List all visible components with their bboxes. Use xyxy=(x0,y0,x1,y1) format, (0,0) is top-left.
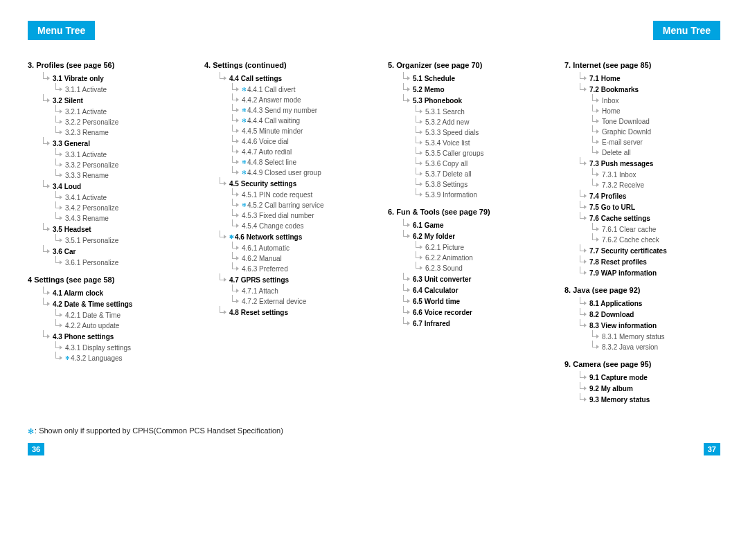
tree-connector-icon xyxy=(400,318,410,328)
menu-item-label: 7.3.1 Inbox xyxy=(602,171,636,179)
menu-item-label: 4.6.3 Preferred xyxy=(242,265,288,273)
menu-item-label: 9.1 Capture mode xyxy=(589,374,648,381)
menu-item-label: 5.3.2 Add new xyxy=(425,118,469,126)
menu-item-label: 4.4.6 Voice dial xyxy=(242,138,289,145)
tree-connector-icon xyxy=(577,191,587,201)
menu-item-level2: 6.7 Infrared xyxy=(400,318,544,328)
menu-item-level3: Delete all xyxy=(589,147,720,157)
menu-item-level2: 3.3 General xyxy=(40,138,184,148)
tree-connector-icon xyxy=(53,192,62,202)
tree-connector-icon xyxy=(53,150,62,159)
menu-item-label: Tone Download xyxy=(602,118,650,125)
menu-item-label: 3.5 Headset xyxy=(53,226,91,233)
tree-connector-icon xyxy=(229,243,239,253)
menu-item-label: 7.2 Bookmarks xyxy=(589,86,639,93)
menu-item-label: 3.2.2 Personalize xyxy=(65,118,118,126)
star-icon: ✻ xyxy=(242,118,247,124)
tree-connector-icon xyxy=(577,383,587,393)
menu-item-label: 4.5.2 Call barring service xyxy=(247,201,324,209)
menu-item-label: 4.7.2 External device xyxy=(242,298,306,305)
menu-item-label: 7.3.2 Receive xyxy=(602,181,644,189)
menu-item-level3: 4.6.1 Automatic xyxy=(229,243,360,253)
menu-item-level2: 7.4 Profiles xyxy=(577,191,720,201)
menu-item-level3: 7.3.2 Receive xyxy=(589,180,720,190)
menu-item-label: 4.5 Security settings xyxy=(229,180,296,188)
tree-connector-icon xyxy=(217,179,226,188)
tree-connector-icon xyxy=(53,84,62,94)
tree-connector-icon xyxy=(400,274,410,284)
menu-item-label: 4.4.1 Call divert xyxy=(247,86,295,93)
menu-item-label: 7.9 WAP information xyxy=(589,269,657,277)
tree-connector-icon xyxy=(53,258,62,267)
menu-item-label: 4.2.1 Date & Time xyxy=(65,311,121,319)
star-icon: ✻ xyxy=(65,355,70,361)
tree-connector-icon xyxy=(577,159,587,168)
menu-item-level3: 4.4.2 Answer mode xyxy=(229,95,360,105)
section-heading: 8. Java (see page 92) xyxy=(564,286,720,294)
menu-item-label: 6.3 Unit converter xyxy=(413,276,471,283)
page-header-left: Menu Tree xyxy=(28,21,95,40)
tree-connector-icon xyxy=(229,84,239,94)
menu-item-level3: 7.6.1 Clear cache xyxy=(589,224,720,234)
menu-item-label: 4.7 GPRS settings xyxy=(229,276,289,284)
menu-item-level2: 7.7 Security certificates xyxy=(577,246,720,255)
menu-item-level2: 6.5 World time xyxy=(400,296,544,306)
menu-item-label: 7.5 Go to URL xyxy=(589,204,635,211)
tree-connector-icon xyxy=(53,213,62,223)
menu-item-level3: 4.5.1 PIN code request xyxy=(229,190,360,199)
section-heading: 4. Settings (continued) xyxy=(204,61,360,69)
menu-item-label: 5.3.6 Copy all xyxy=(425,160,467,168)
menu-item-label: 5.3.9 Information xyxy=(425,191,477,199)
menu-item-label: 6.5 World time xyxy=(413,298,460,305)
section-heading: 3. Profiles (see page 56) xyxy=(28,61,184,69)
menu-item-level2: 7.3 Push messages xyxy=(577,159,720,168)
menu-item-label: 3.2 Silent xyxy=(53,97,83,105)
menu-item-level2: 4.8 Reset settings xyxy=(217,307,360,317)
tree-connector-icon xyxy=(589,342,599,352)
tree-connector-icon xyxy=(229,116,239,125)
menu-item-label: 5.3.5 Caller groups xyxy=(425,150,484,157)
tree-connector-icon xyxy=(229,168,239,177)
menu-item-level3: Tone Download xyxy=(589,116,720,126)
tree-connector-icon xyxy=(229,200,239,210)
menu-item-label: 6.2.2 Animation xyxy=(425,254,473,262)
tree-connector-icon xyxy=(413,117,422,127)
menu-item-label: Home xyxy=(602,107,621,115)
section-heading: 4 Settings (see page 58) xyxy=(28,276,184,284)
menu-item-label: 3.2.3 Rename xyxy=(65,129,109,136)
menu-item-level3: 5.3.2 Add new xyxy=(413,117,544,127)
tree-connector-icon xyxy=(400,231,410,241)
menu-item-label: 4.1 Alarm clock xyxy=(53,289,103,297)
menu-item-level2: 7.5 Go to URL xyxy=(577,202,720,212)
tree-connector-icon xyxy=(229,147,239,156)
tree-connector-icon xyxy=(229,126,239,136)
footnote: ✻: Shown only if supported by CPHS(Commo… xyxy=(28,426,360,436)
tree-connector-icon xyxy=(229,95,239,105)
menu-item-level2: 4.4 Call settings xyxy=(217,73,360,83)
menu-item-level3: 4.6.3 Preferred xyxy=(229,264,360,273)
menu-item-label: 4.4 Call settings xyxy=(229,75,282,82)
menu-item-level3: 7.3.1 Inbox xyxy=(589,170,720,179)
tree-connector-icon xyxy=(589,116,599,126)
menu-item-level3: 4.6.2 Manual xyxy=(229,253,360,263)
tree-connector-icon xyxy=(577,309,587,319)
tree-connector-icon xyxy=(413,242,422,252)
menu-item-level2: 3.2 Silent xyxy=(40,96,184,105)
menu-item-level3: ✻4.4.9 Closed user group xyxy=(229,168,360,177)
tree-connector-icon xyxy=(589,127,599,136)
tree-connector-icon xyxy=(53,160,62,170)
menu-item-level2: 7.6 Cache settings xyxy=(577,213,720,223)
menu-item-label: 4.3.1 Display settings xyxy=(65,344,131,352)
star-icon: ✻ xyxy=(242,202,247,208)
section-heading: 5. Organizer (see page 70) xyxy=(388,61,544,69)
left-page: Menu Tree 3. Profiles (see page 56)3.1 V… xyxy=(28,21,360,406)
menu-item-level3: 4.7.1 Attach xyxy=(229,286,360,296)
menu-item-label: 3.3.1 Activate xyxy=(65,151,107,159)
menu-item-level2: 6.1 Game xyxy=(400,220,544,230)
menu-item-level2: 5.3 Phonebook xyxy=(400,96,544,105)
menu-item-level2: 5.2 Memo xyxy=(400,84,544,94)
tree-connector-icon xyxy=(577,268,587,278)
tree-connector-icon xyxy=(229,296,239,306)
menu-item-label: 4.5.1 PIN code request xyxy=(242,191,312,199)
menu-item-label: 4.6.2 Manual xyxy=(242,255,282,262)
